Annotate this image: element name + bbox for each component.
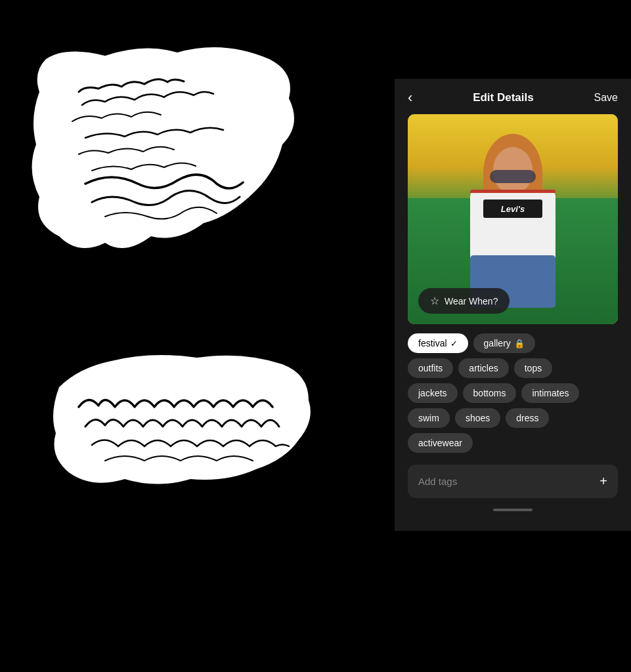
- person-face: [493, 147, 533, 193]
- add-tags-placeholder: Add tags: [418, 476, 457, 487]
- jackets-label: jackets: [418, 388, 447, 398]
- activewear-label: activewear: [418, 438, 462, 448]
- tops-label: tops: [525, 363, 542, 373]
- festival-label: festival: [418, 338, 447, 348]
- bottom-handle: [493, 509, 533, 511]
- swim-label: swim: [418, 413, 439, 423]
- tag-row-3: jackets bottoms intimates: [408, 383, 618, 403]
- person-shirt: Levi's: [470, 190, 555, 262]
- bottoms-label: bottoms: [473, 388, 506, 398]
- check-icon: ✓: [450, 339, 458, 348]
- tag-outfits[interactable]: outfits: [408, 358, 453, 378]
- left-artwork: [0, 0, 368, 672]
- tag-row-5: activewear: [408, 433, 618, 453]
- lock-icon: 🔒: [514, 339, 525, 348]
- articles-label: articles: [469, 363, 498, 373]
- wear-when-label: Wear When?: [445, 296, 498, 306]
- gallery-label: gallery: [484, 338, 511, 348]
- back-button[interactable]: ‹: [408, 91, 412, 105]
- wear-when-button[interactable]: ☆ Wear When?: [418, 288, 510, 314]
- star-icon: ☆: [430, 295, 439, 307]
- tag-row-1: festival ✓ gallery 🔒: [408, 333, 618, 353]
- handwriting-top-svg: [26, 39, 302, 269]
- phone-panel: ‹ Edit Details Save Levi's ☆ Wear W: [395, 79, 631, 531]
- person-sunglasses: [490, 170, 536, 183]
- outfits-label: outfits: [418, 363, 443, 373]
- dress-label: dress: [516, 413, 538, 423]
- panel-header: ‹ Edit Details Save: [395, 79, 631, 114]
- tag-activewear[interactable]: activewear: [408, 433, 473, 453]
- tag-articles[interactable]: articles: [458, 358, 508, 378]
- shoes-label: shoes: [466, 413, 490, 423]
- plus-icon: +: [599, 474, 607, 489]
- shirt-logo: Levi's: [483, 200, 542, 218]
- tag-jackets[interactable]: jackets: [408, 383, 458, 403]
- tag-shoes[interactable]: shoes: [455, 408, 500, 428]
- shirt-stripe: [470, 190, 555, 193]
- tag-tops[interactable]: tops: [514, 358, 552, 378]
- tag-swim[interactable]: swim: [408, 408, 450, 428]
- tag-dress[interactable]: dress: [506, 408, 549, 428]
- tag-gallery[interactable]: gallery 🔒: [473, 333, 535, 353]
- tag-intimates[interactable]: intimates: [521, 383, 579, 403]
- tag-festival[interactable]: festival ✓: [408, 333, 468, 353]
- intimates-label: intimates: [532, 388, 569, 398]
- tag-row-2: outfits articles tops: [408, 358, 618, 378]
- tag-bottoms[interactable]: bottoms: [463, 383, 517, 403]
- add-tags-row[interactable]: Add tags +: [408, 465, 618, 498]
- photo-container: Levi's ☆ Wear When?: [408, 114, 618, 324]
- page-title: Edit Details: [473, 91, 534, 104]
- tags-section: festival ✓ gallery 🔒 outfits articles to…: [395, 324, 631, 453]
- tag-row-4: swim shoes dress: [408, 408, 618, 428]
- save-button[interactable]: Save: [594, 92, 618, 104]
- handwriting-bottom-svg: [53, 348, 315, 505]
